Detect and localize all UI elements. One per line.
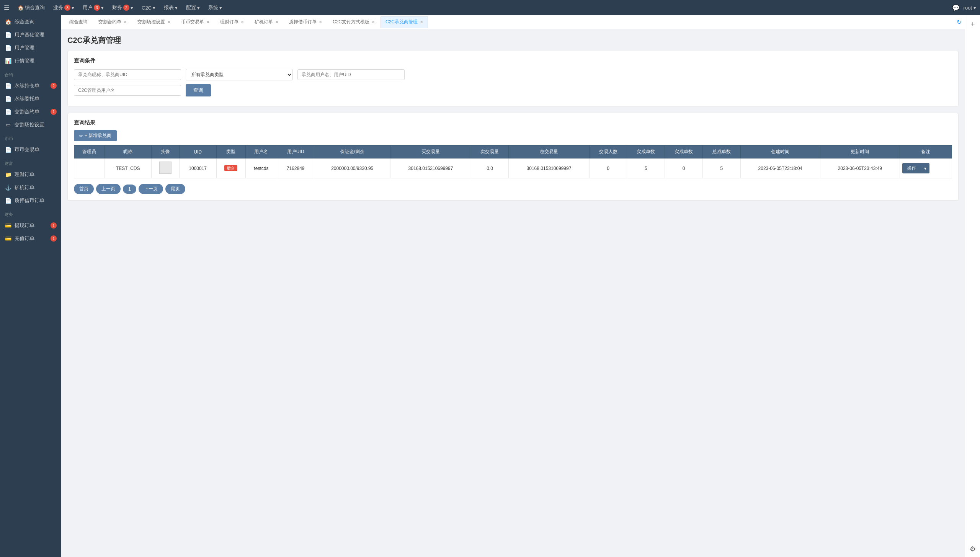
col-update-time: 更新时间 [820,145,900,158]
close-icon[interactable]: ✕ [241,20,244,24]
section-label-币币: 币币 [0,131,61,143]
col-total-vol: 总交易量 [509,145,589,158]
main-layout: 🏠 综合查询 📄 用户基础管理 📄 用户管理 📊 行情管理 合约 📄 永续持仓单… [0,15,980,557]
sidebar-item-行情管理[interactable]: 📊 行情管理 [0,54,61,67]
sidebar-item-用户管理[interactable]: 📄 用户管理 [0,41,61,54]
tab-bar: 综合查询 交割合约单 ✕ 交割场控设置 ✕ 币币交易单 ✕ 理财订单 ✕ 矿机订… [61,15,965,29]
col-success-count: 实成单数 [627,145,665,158]
tab-质押借币订单[interactable]: 质押借币订单 ✕ [284,16,327,28]
close-icon[interactable]: ✕ [206,20,209,24]
sidebar-item-用户基础管理[interactable]: 📄 用户基础管理 [0,28,61,41]
tab-交割场控设置[interactable]: 交割场控设置 ✕ [132,16,175,28]
cell-trader-count: 0 [589,158,627,178]
sidebar-item-交割合约单[interactable]: 📄 交割合约单 1 [0,105,61,118]
sidebar-item-质押借币订单[interactable]: 📄 质押借币订单 [0,194,61,207]
section-label-财务: 财务 [0,207,61,219]
table-row: TEST_CDS 1000017 后台 testcds 7162849 2000… [74,158,952,178]
nav-home[interactable]: 🏠 综合查询 [15,3,48,13]
user-menu[interactable]: root ▾ [964,5,976,11]
nav-report[interactable]: 报表 ▾ [161,3,181,13]
avatar [159,162,172,174]
col-buy-vol: 买交易量 [390,145,471,158]
hamburger-icon[interactable]: ☰ [4,4,9,11]
sidebar-item-币币交易单[interactable]: 📄 币币交易单 [0,143,61,156]
tab-C2C支付方式模板[interactable]: C2C支付方式模板 ✕ [328,16,380,28]
col-deposit: 保证金/剩余 [314,145,390,158]
type-select[interactable]: 所有承兑商类型 普通承兑商 高级承兑商 [186,69,293,80]
cell-update-time: 2023-06-05T23:43:49 [820,158,900,178]
plus-icon[interactable]: ＋ [969,19,976,28]
admin-user-input[interactable] [74,85,181,96]
nav-users[interactable]: 用户 3 ▾ [80,3,107,13]
add-merchant-button[interactable]: ✏ + 新增承兑商 [74,130,117,141]
cell-nickname: TEST_CDS [105,158,152,178]
tab-币币交易单[interactable]: 币币交易单 ✕ [176,16,214,28]
sidebar-item-交割场控设置[interactable]: ▭ 交割场控设置 [0,118,61,131]
cell-username: testcds [245,158,277,178]
cell-create-time: 2023-06-05T23:18:04 [740,158,820,178]
doc-icon: 📄 [5,96,11,102]
doc-icon: 📄 [5,32,11,38]
search-button[interactable]: 查询 [186,84,211,96]
message-icon[interactable]: 💬 [952,4,960,11]
search-form-row1: 所有承兑商类型 普通承兑商 高级承兑商 [74,69,952,80]
cell-deposit: 2000000.00/9330.95 [314,158,390,178]
sidebar-item-综合查询[interactable]: 🏠 综合查询 [0,15,61,28]
nav-business[interactable]: 业务 3 ▾ [50,3,77,13]
doc-icon: 📄 [5,45,11,51]
section-label-合约: 合约 [0,67,61,79]
results-title: 查询结果 [74,119,95,126]
sidebar-item-提现订单[interactable]: 💳 提现订单 1 [0,219,61,232]
col-success-count2: 实成单数 [665,145,703,158]
cell-type: 后台 [216,158,245,178]
sidebar-item-理财订单[interactable]: 📁 理财订单 [0,168,61,181]
col-user-uid: 用户UID [277,145,314,158]
home-icon: 🏠 [5,19,11,25]
nav-c2c[interactable]: C2C ▾ [139,3,158,12]
action-button[interactable]: 操作 [902,163,921,173]
next-page-button[interactable]: 下一页 [139,184,163,194]
tab-C2C承兑商管理[interactable]: C2C承兑商管理 ✕ [381,16,428,28]
close-icon[interactable]: ✕ [124,20,127,24]
settings-icon[interactable]: ⚙ [970,545,976,553]
user-uid-input[interactable] [297,69,405,80]
close-icon[interactable]: ✕ [372,20,375,24]
close-icon[interactable]: ✕ [275,20,278,24]
tab-交割合约单[interactable]: 交割合约单 ✕ [93,16,132,28]
card-icon: 💳 [5,222,11,229]
pagination: 首页 上一页 1 下一页 尾页 [74,184,952,194]
cell-buy-vol: 30168.015310699997 [390,158,471,178]
sidebar-item-充值订单[interactable]: 💳 充值订单 1 [0,232,61,245]
sidebar-item-永续委托单[interactable]: 📄 永续委托单 [0,92,61,105]
prev-page-button[interactable]: 上一页 [96,184,121,194]
close-icon[interactable]: ✕ [167,20,170,24]
close-icon[interactable]: ✕ [420,20,423,24]
col-username: 用户名 [245,145,277,158]
section-label-财富: 财富 [0,156,61,168]
nav-system[interactable]: 系统 ▾ [205,3,225,13]
cell-action: 操作 ▾ [900,158,952,178]
results-header: 查询结果 [74,119,952,126]
action-dropdown-button[interactable]: ▾ [921,163,929,173]
current-page-button[interactable]: 1 [123,185,136,194]
cell-success-count: 5 [627,158,665,178]
chart-icon: 📊 [5,58,11,64]
first-page-button[interactable]: 首页 [74,184,94,194]
col-trader-count: 交易人数 [589,145,627,158]
last-page-button[interactable]: 尾页 [165,184,185,194]
tab-矿机订单[interactable]: 矿机订单 ✕ [250,16,283,28]
tab-综合查询[interactable]: 综合查询 [64,16,93,28]
nav-finance[interactable]: 财务 2 ▾ [109,3,136,13]
tab-理财订单[interactable]: 理财订单 ✕ [215,16,249,28]
col-uid: UID [179,145,216,158]
close-icon[interactable]: ✕ [319,20,322,24]
refresh-icon[interactable]: ↻ [957,18,962,26]
search-section-title: 查询条件 [74,57,952,64]
sidebar-item-矿机订单[interactable]: ⚓ 矿机订单 [0,181,61,194]
sidebar-item-永续持仓单[interactable]: 📄 永续持仓单 2 [0,79,61,92]
right-panel: ＋ ⚙ [965,15,980,557]
name-uid-input[interactable] [74,69,181,80]
nav-config[interactable]: 配置 ▾ [183,3,203,13]
plus-icon: ✏ [79,133,83,139]
cell-admin [74,158,105,178]
